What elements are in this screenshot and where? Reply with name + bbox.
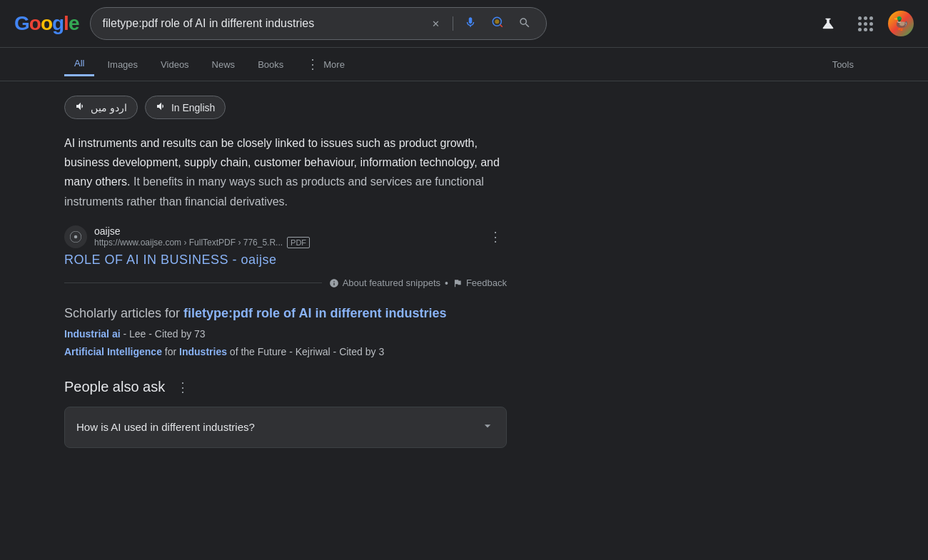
source-details: oaijse https://www.oaijse.com › FullText… — [94, 225, 477, 248]
pdf-badge: PDF — [287, 237, 310, 248]
avatar[interactable]: 🦆 — [888, 11, 914, 36]
search-icon — [518, 16, 531, 31]
feedback-area: About featured snippets • Feedback — [329, 278, 507, 289]
nav-tabs: All Images Videos News Books ⋮ More Tool… — [0, 48, 928, 81]
google-logo[interactable]: Google — [14, 12, 79, 35]
result-title-link[interactable]: ROLE OF AI IN BUSINESS - oaijse — [64, 253, 277, 267]
feedback-button[interactable]: Feedback — [453, 278, 507, 288]
scholarly-item-1: Industrial ai - Lee - Cited by 73 — [64, 327, 507, 342]
logo-letter-g2: g — [52, 12, 64, 34]
voice-search-button[interactable] — [460, 14, 480, 34]
source-info: oaijse https://www.oaijse.com › FullText… — [64, 225, 507, 248]
clear-icon: ✕ — [432, 19, 440, 29]
tab-more[interactable]: ⋮ More — [296, 51, 355, 78]
source-favicon — [64, 225, 87, 248]
scholarly-query-link[interactable]: filetype:pdf role of AI in different ind… — [183, 306, 446, 320]
search-bar-wrapper: ✕ — [90, 7, 547, 40]
scholarly-link-2[interactable]: Artificial Intelligence — [64, 346, 162, 357]
tab-videos[interactable]: Videos — [151, 54, 199, 76]
source-name: oaijse — [94, 225, 477, 237]
tools-button[interactable]: Tools — [822, 54, 864, 76]
paa-question-text: How is AI used in different industries? — [76, 421, 255, 433]
tab-books[interactable]: Books — [248, 54, 293, 76]
avatar-image: 🦆 — [888, 11, 914, 36]
tab-images[interactable]: Images — [97, 54, 148, 76]
urdu-lang-button[interactable]: اردو میں — [64, 96, 138, 119]
source-url: https://www.oaijse.com › FullTextPDF › 7… — [94, 237, 477, 248]
search-input[interactable] — [102, 17, 418, 30]
logo-letter-e: e — [69, 12, 79, 34]
scholarly-link-3[interactable]: Industries — [179, 346, 227, 357]
speaker-icon-urdu — [75, 101, 86, 114]
scholarly-link-1[interactable]: Industrial ai — [64, 328, 121, 340]
header: Google ✕ — [0, 0, 928, 48]
scholarly-item-2: Artificial Intelligence for Industries o… — [64, 345, 507, 360]
about-snippets-button[interactable]: About featured snippets — [329, 278, 440, 288]
lens-icon — [491, 16, 504, 31]
apps-button[interactable] — [851, 9, 879, 38]
search-bar: ✕ — [90, 7, 547, 40]
clear-button[interactable]: ✕ — [425, 14, 445, 34]
paa-options-button[interactable]: ⋮ — [172, 377, 193, 398]
svg-point-1 — [495, 19, 500, 24]
more-dots-icon: ⋮ — [306, 56, 319, 72]
snippet-text: AI instruments and results can be closel… — [64, 133, 507, 211]
tab-news[interactable]: News — [202, 54, 246, 76]
logo-letter-g: G — [14, 12, 29, 34]
logo-letter-o1: o — [29, 12, 41, 34]
people-also-ask: People also ask ⋮ How is AI used in diff… — [64, 377, 507, 448]
header-right: 🦆 — [814, 9, 914, 38]
scholarly-section: Scholarly articles for filetype:pdf role… — [64, 306, 507, 360]
divider-line — [64, 282, 322, 283]
divider — [453, 16, 453, 31]
snippet-footer: About featured snippets • Feedback — [64, 278, 507, 289]
lens-button[interactable] — [488, 14, 508, 34]
labs-button[interactable] — [814, 9, 842, 38]
paa-question-item[interactable]: How is AI used in different industries? — [64, 407, 507, 448]
separator: • — [445, 278, 448, 289]
english-lang-button[interactable]: In English — [145, 96, 226, 119]
search-button[interactable] — [515, 14, 535, 34]
scholarly-title: Scholarly articles for filetype:pdf role… — [64, 306, 507, 321]
tab-all[interactable]: All — [64, 52, 94, 76]
paa-title: People also ask — [64, 379, 165, 395]
featured-snippet: AI instruments and results can be closel… — [64, 133, 507, 289]
apps-grid-icon — [858, 16, 873, 31]
language-buttons: اردو میں In English — [64, 96, 507, 119]
more-vert-icon: ⋮ — [489, 229, 502, 245]
paa-header: People also ask ⋮ — [64, 377, 507, 398]
svg-point-3 — [74, 235, 78, 239]
main-content: اردو میں In English AI instruments and r… — [0, 81, 571, 462]
chevron-down-icon — [480, 419, 495, 436]
paa-options-icon: ⋮ — [176, 380, 189, 395]
mic-icon — [464, 16, 477, 31]
speaker-icon-english — [156, 101, 167, 114]
logo-letter-o2: o — [41, 12, 52, 34]
logo-letter-l: l — [64, 12, 69, 34]
more-options-button[interactable]: ⋮ — [484, 225, 507, 248]
